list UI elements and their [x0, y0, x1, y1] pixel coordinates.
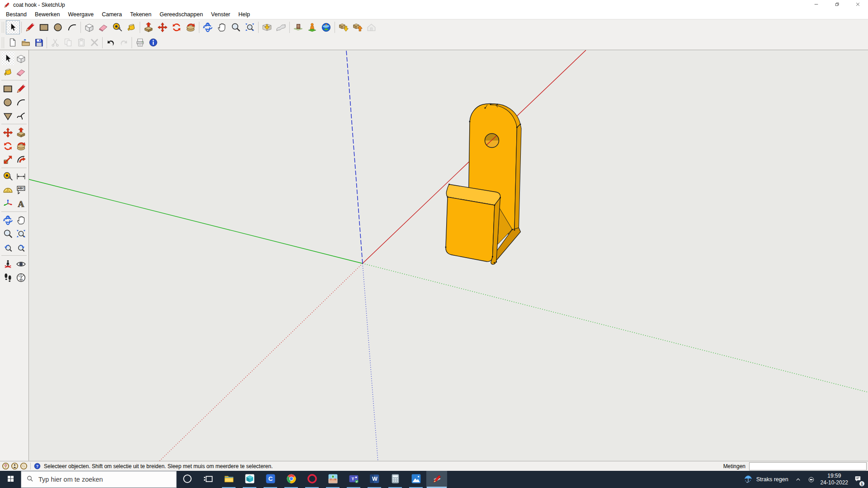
3d-text-tool[interactable]: A	[14, 197, 28, 210]
photo-textures-button[interactable]	[291, 20, 305, 34]
tape-measure-tool[interactable]	[110, 20, 124, 34]
next-view-tool[interactable]	[14, 240, 28, 254]
move-tool[interactable]	[156, 20, 170, 34]
rotate-tool[interactable]	[170, 20, 184, 34]
protractor-tool[interactable]	[1, 183, 14, 197]
menu-weergave[interactable]: Weergave	[64, 10, 98, 19]
print-button[interactable]	[133, 37, 146, 49]
arc-tool[interactable]	[14, 95, 28, 109]
line-tool[interactable]	[23, 20, 37, 34]
menu-tekenen[interactable]: Tekenen	[126, 10, 156, 19]
circle-tool[interactable]	[51, 20, 65, 34]
make-component-tool[interactable]	[14, 52, 28, 65]
menu-camera[interactable]: Camera	[98, 10, 126, 19]
walk-tool[interactable]	[1, 271, 14, 284]
search-input[interactable]	[38, 475, 161, 483]
menu-bewerken[interactable]: Bewerken	[31, 10, 64, 19]
zoom-tool[interactable]	[1, 227, 14, 240]
pan-tool[interactable]	[215, 20, 229, 34]
polygon-tool[interactable]	[1, 109, 14, 122]
taskbar-task-view[interactable]	[198, 471, 218, 488]
zoom-tool[interactable]	[229, 20, 243, 34]
pan-tool[interactable]	[14, 213, 28, 227]
maximize-restore-button[interactable]	[826, 0, 847, 10]
preview-in-google-earth-button[interactable]	[319, 20, 333, 34]
paint-bucket-tool[interactable]	[124, 20, 138, 34]
taskbar-opera[interactable]	[302, 471, 322, 488]
close-button[interactable]	[847, 0, 868, 10]
paste-button[interactable]	[75, 37, 88, 49]
text-tool[interactable]: ABC	[14, 183, 28, 197]
paint-bucket-tool[interactable]	[1, 65, 14, 79]
share-model-button[interactable]	[350, 20, 364, 34]
make-component-tool[interactable]	[82, 20, 96, 34]
zoom-extents-tool[interactable]	[243, 20, 257, 34]
toolbar-gripper[interactable]	[2, 22, 4, 33]
axes-tool[interactable]	[1, 197, 14, 210]
taskbar-sketchup[interactable]	[426, 471, 447, 488]
open-button[interactable]	[19, 37, 32, 49]
erase-button[interactable]	[88, 37, 101, 49]
rectangle-tool[interactable]	[1, 82, 14, 95]
redo-button[interactable]	[117, 37, 130, 49]
taskbar-3d-viewer[interactable]	[239, 471, 260, 488]
get-models-button[interactable]	[336, 20, 350, 34]
dimension-tool[interactable]	[14, 169, 28, 183]
measurements-input[interactable]	[749, 462, 867, 470]
circle-tool[interactable]	[1, 95, 14, 109]
freehand-tool[interactable]	[14, 109, 28, 122]
taskbar-c-app[interactable]: C	[260, 471, 281, 488]
taskbar-search[interactable]	[21, 471, 177, 488]
taskbar-teams[interactable]: T	[343, 471, 364, 488]
taskbar-file-explorer[interactable]	[218, 471, 239, 488]
line-tool[interactable]	[14, 82, 28, 95]
meet-now-button[interactable]	[805, 471, 818, 488]
taskbar-chrome[interactable]	[281, 471, 302, 488]
select-tool[interactable]	[1, 52, 14, 65]
position-camera-tool[interactable]	[1, 257, 14, 271]
claim-credit-indicator[interactable]	[11, 462, 19, 470]
push-pull-tool[interactable]	[142, 20, 156, 34]
copy-button[interactable]	[61, 37, 75, 49]
start-button[interactable]	[0, 471, 21, 488]
rotate-tool[interactable]	[1, 139, 14, 153]
arc-tool[interactable]	[65, 20, 79, 34]
select-tool[interactable]	[6, 20, 20, 34]
signin-indicator[interactable]: G	[20, 462, 28, 470]
share-component-button[interactable]	[364, 20, 378, 34]
building-maker-button[interactable]	[305, 20, 319, 34]
taskbar-cortana[interactable]	[177, 471, 198, 488]
toolbar-gripper[interactable]	[2, 37, 4, 48]
menu-bestand[interactable]: Bestand	[2, 10, 31, 19]
scale-tool[interactable]	[1, 153, 14, 166]
push-pull-tool[interactable]	[14, 126, 28, 139]
follow-me-tool[interactable]	[14, 139, 28, 153]
orbit-tool[interactable]	[201, 20, 215, 34]
toggle-terrain-button[interactable]	[274, 20, 288, 34]
taskbar-clock[interactable]: 19:59 24-10-2022	[818, 471, 851, 488]
zoom-extents-tool[interactable]	[14, 227, 28, 240]
model-info-button[interactable]	[146, 37, 160, 49]
tape-measure-tool[interactable]	[1, 169, 14, 183]
section-plane-tool[interactable]: CA-5	[14, 271, 28, 284]
cut-button[interactable]	[48, 37, 61, 49]
taskbar-calculator[interactable]	[385, 471, 406, 488]
look-around-tool[interactable]	[14, 257, 28, 271]
previous-view-tool[interactable]	[1, 240, 14, 254]
geolocation-indicator[interactable]	[2, 462, 9, 470]
menu-venster[interactable]: Venster	[207, 10, 234, 19]
menu-help[interactable]: Help	[234, 10, 254, 19]
rectangle-tool[interactable]	[37, 20, 51, 34]
tray-overflow-button[interactable]	[792, 471, 805, 488]
minimize-button[interactable]	[806, 0, 826, 10]
action-center-button[interactable]: 1	[851, 471, 866, 488]
new-button[interactable]	[6, 37, 19, 49]
offset-tool[interactable]	[14, 153, 28, 166]
taskbar-photos[interactable]	[406, 471, 426, 488]
help-icon[interactable]: ?	[33, 462, 41, 470]
eraser-tool[interactable]	[14, 65, 28, 79]
save-button[interactable]	[32, 37, 45, 49]
menu-gereedschappen[interactable]: Gereedschappen	[156, 10, 207, 19]
undo-button[interactable]	[104, 37, 117, 49]
orbit-tool[interactable]	[1, 213, 14, 227]
